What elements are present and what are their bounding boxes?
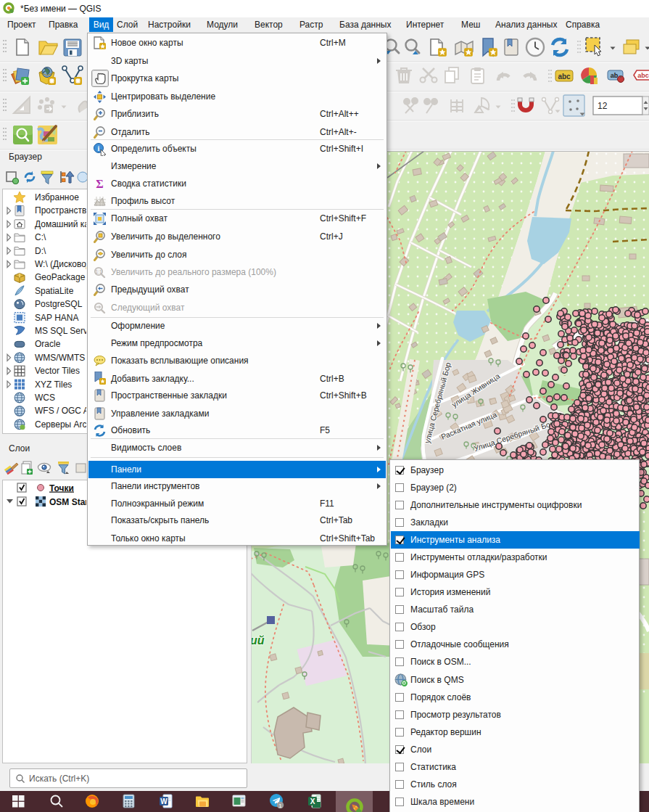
svg-text:Избранное: Избранное: [35, 192, 79, 202]
svg-text:WFS / OGC API - Features: WFS / OGC API - Features: [35, 406, 86, 416]
svg-text:Точки: Точки: [49, 483, 74, 493]
svg-text:ий: ий: [251, 634, 265, 647]
svg-text:XYZ Tiles: XYZ Tiles: [35, 380, 72, 390]
svg-text:W: W: [160, 797, 168, 805]
svg-text:Σ: Σ: [96, 178, 103, 190]
svg-text:Oracle: Oracle: [35, 339, 61, 349]
svg-text:D:\: D:\: [35, 246, 46, 256]
svg-text:SpatiaLite: SpatiaLite: [35, 286, 74, 296]
svg-text:X: X: [310, 797, 315, 805]
svg-text:ab: ab: [611, 72, 619, 79]
svg-text:12: 12: [598, 101, 608, 111]
svg-text:SAP HANA: SAP HANA: [35, 313, 78, 323]
svg-text:1: 1: [278, 803, 282, 809]
svg-text:MS SQL Server: MS SQL Server: [35, 326, 86, 336]
svg-text:Пространственные закладки: Пространственные закладки: [35, 205, 86, 216]
svg-text:PostgreSQL: PostgreSQL: [35, 299, 83, 309]
svg-text:WMS/WMTS: WMS/WMTS: [35, 353, 85, 363]
svg-text:i: i: [98, 144, 100, 152]
svg-text:WCS: WCS: [35, 393, 55, 403]
svg-text:Vector Tiles: Vector Tiles: [35, 366, 80, 376]
svg-text:Серверы ArcGIS REST: Серверы ArcGIS REST: [35, 419, 86, 430]
svg-text:abc: abc: [637, 72, 649, 79]
svg-text:OSM Standard: OSM Standard: [49, 497, 86, 507]
svg-text:GeoPackage: GeoPackage: [35, 272, 86, 282]
svg-text:Домашний каталог: Домашний каталог: [35, 219, 86, 229]
svg-text:1:1: 1:1: [95, 269, 102, 274]
svg-text:W:\ (Дисковод BD-ROM): W:\ (Дисковод BD-ROM): [35, 259, 86, 269]
svg-text:abc: abc: [558, 73, 571, 81]
svg-text:C:\: C:\: [35, 232, 46, 242]
